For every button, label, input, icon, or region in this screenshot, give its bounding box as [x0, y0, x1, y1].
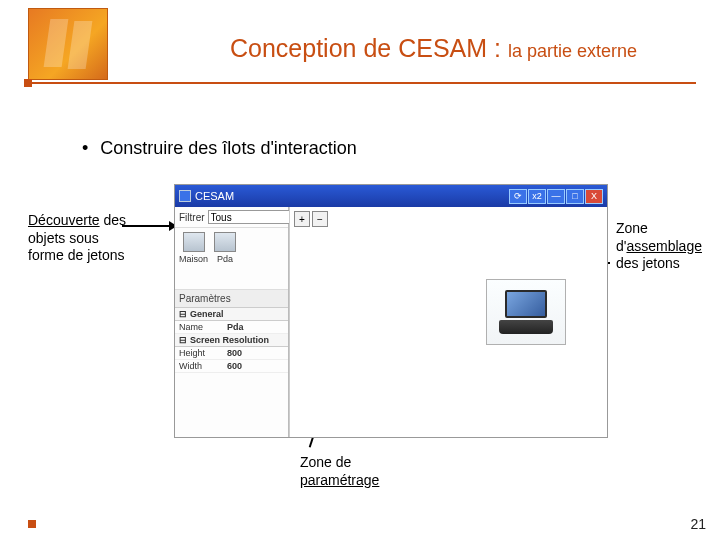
close-button[interactable]: X	[585, 189, 603, 204]
title-main: Conception de CESAM	[230, 34, 487, 62]
section-general-label: General	[190, 309, 224, 319]
annotation-right-underline: assemblage	[626, 238, 702, 254]
token-label: Pda	[217, 254, 233, 264]
annotation-bottom-pre: Zone de	[300, 454, 351, 470]
token-area: Maison Pda	[175, 228, 288, 290]
title-separator: :	[487, 34, 508, 62]
close-icon: X	[591, 191, 597, 201]
app-icon	[179, 190, 191, 202]
prop-row-name[interactable]: Name Pda	[175, 321, 288, 334]
prop-key: Width	[175, 360, 223, 372]
window-body: Filtrer Maison Pda Paramètres ⊟ General	[175, 207, 607, 437]
annotation-left-underline: Découverte	[28, 212, 100, 228]
assembly-canvas[interactable]: + −	[289, 207, 607, 437]
params-header: Paramètres	[175, 290, 288, 308]
prop-row-height[interactable]: Height 800	[175, 347, 288, 360]
collapse-icon: ⊟	[179, 335, 187, 345]
prop-val: Pda	[223, 321, 288, 333]
section-screen-label: Screen Resolution	[190, 335, 269, 345]
filter-label: Filtrer	[179, 212, 205, 223]
section-screen[interactable]: ⊟ Screen Resolution	[175, 334, 288, 347]
minimize-icon: —	[552, 191, 561, 201]
laptop-icon	[499, 290, 553, 334]
maximize-button[interactable]: □	[566, 189, 584, 204]
title-underline	[28, 82, 696, 84]
bullet-text: Construire des îlots d'interaction	[100, 138, 357, 158]
token-maison[interactable]: Maison	[179, 232, 208, 264]
bullet-dot: •	[82, 138, 88, 158]
title-sub: la partie externe	[508, 41, 637, 61]
zoom-in-icon: +	[299, 214, 305, 225]
prop-row-width[interactable]: Width 600	[175, 360, 288, 373]
cesam-window: CESAM ⟳ x2 — □ X Filtrer Maison Pda	[174, 184, 608, 438]
section-general[interactable]: ⊟ General	[175, 308, 288, 321]
titlebar-btn-label: ⟳	[514, 191, 522, 201]
token-label: Maison	[179, 254, 208, 264]
pda-icon	[214, 232, 236, 252]
slide-title: Conception de CESAM : la partie externe	[230, 34, 637, 63]
annotation-params: Zone de paramétrage	[300, 454, 410, 489]
titlebar-button-x2[interactable]: x2	[528, 189, 546, 204]
titlebar-button[interactable]: ⟳	[509, 189, 527, 204]
annotation-bottom-underline: paramétrage	[300, 472, 379, 488]
prop-key: Name	[175, 321, 223, 333]
property-grid: ⊟ General Name Pda ⊟ Screen Resolution H…	[175, 308, 288, 437]
filter-row: Filtrer	[175, 207, 288, 228]
sidebar: Filtrer Maison Pda Paramètres ⊟ General	[175, 207, 289, 437]
zoom-out-button[interactable]: −	[312, 211, 328, 227]
prop-key: Height	[175, 347, 223, 359]
house-icon	[183, 232, 205, 252]
maximize-icon: □	[572, 191, 577, 201]
arrow-left	[122, 225, 176, 227]
annotation-assembly: Zone d'assemblage des jetons	[616, 220, 710, 273]
zoom-tools: + −	[294, 211, 328, 227]
zoom-in-button[interactable]: +	[294, 211, 310, 227]
window-titlebar[interactable]: CESAM ⟳ x2 — □ X	[175, 185, 607, 207]
page-number: 21	[690, 516, 706, 532]
annotation-right-post: des jetons	[616, 255, 680, 271]
prop-val: 800	[223, 347, 288, 359]
window-title: CESAM	[195, 190, 234, 202]
annotation-discovery: Découverte des objets sous forme de jeto…	[28, 212, 138, 265]
slide-logo	[28, 8, 108, 80]
device-token[interactable]	[486, 279, 566, 345]
zoom-out-icon: −	[317, 214, 323, 225]
titlebar-btn-x2-label: x2	[532, 191, 542, 201]
prop-val: 600	[223, 360, 288, 372]
collapse-icon: ⊟	[179, 309, 187, 319]
bullet-item: •Construire des îlots d'interaction	[82, 138, 357, 159]
token-pda[interactable]: Pda	[214, 232, 236, 264]
footer-accent-dot	[28, 520, 36, 528]
minimize-button[interactable]: —	[547, 189, 565, 204]
